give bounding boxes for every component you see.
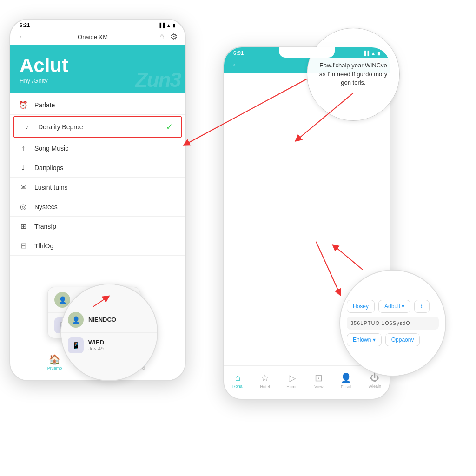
tab-pruemo-icon: 🏠 — [49, 354, 60, 365]
parlate-icon: ⏰ — [19, 100, 28, 109]
signal-icon-2: ▐▐ — [363, 51, 369, 56]
status-time-2: 6:91 — [233, 50, 244, 56]
nav-title-1: Onaige &M — [78, 33, 108, 40]
wifi-icon: ▲ — [166, 23, 171, 28]
tab-bar-2: ⌂ Ronal ☆ Hotel ▷ Home ⊡ View 👤 Fosol ⏻ … — [224, 365, 390, 399]
menu-item-danpllops[interactable]: ♩ Danpllops — [10, 158, 185, 178]
tab-home-label: Home — [286, 384, 298, 389]
magnify-enlown: Enlown ▾ — [347, 333, 382, 346]
wifi-icon-2: ▲ — [371, 51, 376, 56]
song-music-icon: ↑ — [19, 144, 28, 152]
tab-hotel-icon: ☆ — [261, 372, 269, 383]
settings-icon-1[interactable]: ⚙ — [170, 32, 178, 42]
tab-wleain-label: Wleain — [368, 384, 381, 389]
top-nav-1: ← Onaige &M ⌂ ⚙ — [10, 30, 185, 45]
magnify-hosey: Hosey — [347, 300, 375, 313]
notch-2 — [279, 47, 335, 58]
status-icons-2: ▐▐ ▲ ▮ — [363, 51, 380, 56]
magnify-profile-1: NIENDCO — [88, 316, 116, 323]
status-icons-1: ▐▐ ▲ ▮ — [158, 23, 176, 28]
magnify-adbult: Adbult ▾ — [378, 300, 410, 313]
teal-header-1: Aclut Hny /Gnity Zun3 — [10, 45, 185, 93]
tab-home-icon: ▷ — [289, 372, 296, 383]
danpllops-label: Danpllops — [34, 164, 177, 172]
battery-icon: ▮ — [173, 23, 176, 28]
tihlog-label: TlhlOg — [34, 242, 177, 250]
magnify-dropdown-row-1: Hosey Adbult ▾ b — [347, 300, 439, 313]
magnify-avatar-1: 👤 — [68, 312, 84, 328]
nav-actions-1: ⌂ ⚙ — [159, 32, 178, 42]
tab-view[interactable]: ⊡ View — [314, 372, 323, 389]
derality-icon: ♪ — [22, 123, 32, 131]
tab-ronal[interactable]: ⌂ Ronal — [232, 372, 244, 389]
magnify-wied: 📱 WIED Joṡ 49 — [61, 333, 157, 358]
lusint-label: Lusint tums — [34, 184, 177, 191]
nystecs-icon: ◎ — [19, 202, 28, 211]
notch — [70, 20, 126, 30]
magnify-avatar-2: 📱 — [68, 337, 84, 353]
lusint-icon: ✉ — [19, 183, 28, 192]
back-button-1[interactable]: ← — [18, 32, 26, 42]
annotation-text: Eaw.I'chalp year WlNCve as I'm need if g… — [317, 61, 390, 88]
menu-list-1: ⏰ Parlate ♪ Derality Beproe ✓ ↑ Song Mus… — [10, 93, 185, 258]
tab-pruemo-label: Pruemo — [47, 366, 62, 370]
magnify-name-2: WIED — [88, 339, 104, 346]
magnify-b: b — [414, 300, 430, 313]
magnify-profile-2: WIED Joṡ 49 — [88, 339, 104, 352]
tab-pruemo[interactable]: 🏠 Pruemo — [47, 354, 62, 370]
tab-fosol[interactable]: 👤 Fosol — [340, 372, 352, 389]
menu-item-nystecs[interactable]: ◎ Nystecs — [10, 197, 185, 217]
transfp-label: Transfp — [34, 223, 177, 230]
song-music-label: Song Music — [34, 145, 177, 152]
menu-item-transfp[interactable]: ⊞ Transfp — [10, 217, 185, 236]
magnify-circle: 👤 NIENDCO 📱 WIED Joṡ 49 — [60, 284, 158, 381]
menu-item-lusint[interactable]: ✉ Lusint tums — [10, 178, 185, 197]
signal-icon: ▐▐ — [158, 23, 165, 28]
tab-fosol-label: Fosol — [341, 384, 351, 389]
danpllops-icon: ♩ — [19, 163, 28, 172]
tab-home[interactable]: ▷ Home — [286, 372, 298, 389]
tab-fosol-icon: 👤 — [340, 372, 352, 383]
magnify-sub-2: Joṡ 49 — [88, 346, 104, 352]
tab-ronal-icon: ⌂ — [235, 372, 241, 383]
menu-item-parlate[interactable]: ⏰ Parlate — [10, 95, 185, 115]
back-button-2[interactable]: ← — [231, 60, 240, 70]
annotation-bubble: Eaw.I'chalp year WlNCve as I'm need if g… — [307, 28, 400, 121]
status-time-1: 6:21 — [20, 22, 30, 28]
magnify-oppaonv: Oppaonv — [385, 333, 420, 346]
magnify-code: 356LPTUO 1O6SysdO — [347, 317, 439, 330]
tab-hotel-label: Hotel — [260, 384, 270, 389]
tab-hotel[interactable]: ☆ Hotel — [260, 372, 270, 389]
menu-item-derality[interactable]: ♪ Derality Beproe ✓ — [13, 116, 182, 138]
parlate-label: Parlate — [34, 101, 177, 109]
watermark-1: Zun3 — [135, 68, 180, 92]
tab-view-label: View — [314, 384, 323, 389]
magnify-niendco: 👤 NIENDCO — [61, 307, 157, 333]
battery-icon-2: ▮ — [377, 51, 380, 56]
magnify-circle-2: Hosey Adbult ▾ b 356LPTUO 1O6SysdO Enlow… — [339, 270, 446, 377]
nystecs-label: Nystecs — [34, 203, 177, 211]
home-icon-1[interactable]: ⌂ — [159, 32, 165, 42]
transfp-icon: ⊞ — [19, 222, 28, 231]
magnify-name-1: NIENDCO — [88, 316, 116, 323]
tihlog-icon: ⊟ — [19, 241, 28, 250]
tab-view-icon: ⊡ — [315, 372, 323, 383]
check-icon: ✓ — [166, 122, 173, 132]
derality-label: Derality Beproe — [38, 123, 159, 131]
magnify-dropdown-row-2: Enlown ▾ Oppaonv — [347, 333, 439, 346]
tab-ronal-label: Ronal — [232, 384, 244, 389]
menu-item-tihlog[interactable]: ⊟ TlhlOg — [10, 236, 185, 256]
menu-item-song-music[interactable]: ↑ Song Music — [10, 139, 185, 158]
